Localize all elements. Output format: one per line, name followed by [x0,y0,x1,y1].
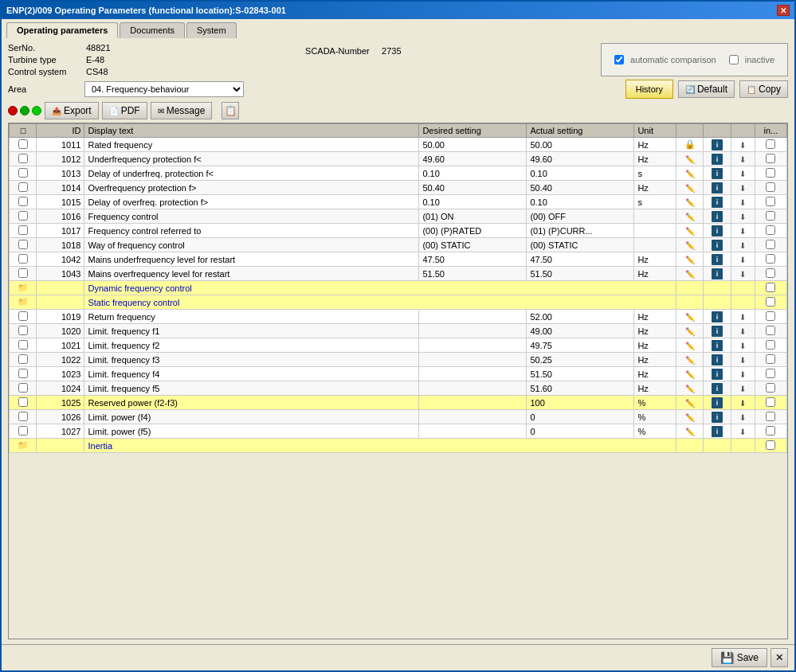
row-in-checkbox[interactable] [766,383,775,393]
info-icon[interactable]: i [712,354,723,365]
save-button[interactable]: 💾 Save [712,648,767,667]
arrow-icon[interactable]: ⬇ [739,170,746,178]
info-icon[interactable]: i [712,225,723,236]
row-in-checkbox[interactable] [766,240,775,249]
tab-operating-parameters[interactable]: Operating parameters [6,22,118,38]
info-icon[interactable]: i [712,254,723,265]
inactive-checkbox[interactable] [729,55,739,64]
info-icon[interactable]: i [712,139,723,150]
pencil-icon[interactable]: ✏️ [685,184,695,193]
row-select-checkbox[interactable] [18,311,28,321]
row-select-checkbox[interactable] [18,412,28,421]
copy-button[interactable]: 📋 Copy [739,80,788,98]
arrow-icon[interactable]: ⬇ [739,227,746,236]
row-in-checkbox[interactable] [766,311,775,321]
arrow-icon[interactable]: ⬇ [739,313,746,322]
pencil-icon[interactable]: ✏️ [685,370,695,379]
pencil-icon[interactable]: ✏️ [685,213,695,221]
info-icon[interactable]: i [712,268,723,279]
info-icon[interactable]: i [712,154,723,165]
info-icon[interactable]: i [712,383,723,394]
area-select[interactable]: 04. Frequency-behaviour [84,81,244,97]
pencil-icon[interactable]: ✏️ [685,227,695,236]
info-icon[interactable]: i [712,168,723,179]
arrow-icon[interactable]: ⬇ [739,370,746,379]
info-icon[interactable]: i [712,182,723,193]
arrow-icon[interactable]: ⬇ [739,198,746,207]
clipboard-icon-btn[interactable]: 📋 [222,102,239,119]
pencil-icon[interactable]: ✏️ [685,155,695,164]
row-select-checkbox[interactable] [18,326,28,335]
info-icon[interactable]: i [712,211,723,222]
arrow-icon[interactable]: ⬇ [739,256,746,264]
row-select-checkbox[interactable] [18,369,28,378]
folder-expand-icon[interactable]: 📁 [18,440,29,450]
row-in-checkbox[interactable] [766,326,775,335]
info-icon[interactable]: i [712,197,723,208]
window-close-button[interactable]: ✕ [777,5,790,16]
close-x-button[interactable]: ✕ [771,648,788,667]
arrow-icon[interactable]: ⬇ [739,184,746,193]
arrow-icon[interactable]: ⬇ [739,241,746,250]
arrow-icon[interactable]: ⬇ [739,342,746,350]
arrow-icon[interactable]: ⬇ [739,213,746,221]
arrow-icon[interactable]: ⬇ [739,155,746,164]
row-in-checkbox[interactable] [766,182,775,192]
row-select-checkbox[interactable] [18,426,28,436]
pencil-icon[interactable]: ✏️ [685,198,695,207]
arrow-icon[interactable]: ⬇ [739,413,746,422]
row-select-checkbox[interactable] [18,240,28,249]
info-icon[interactable]: i [712,311,723,322]
info-icon[interactable]: i [712,326,723,337]
pencil-icon[interactable]: ✏️ [685,170,695,178]
pencil-icon[interactable]: ✏️ [685,256,695,264]
row-select-checkbox[interactable] [18,168,28,178]
row-in-checkbox[interactable] [766,211,775,221]
row-select-checkbox[interactable] [18,254,28,264]
row-in-checkbox[interactable] [766,297,775,307]
history-button[interactable]: History [625,80,673,99]
row-select-checkbox[interactable] [18,268,28,278]
pencil-icon[interactable]: ✏️ [685,327,695,336]
pencil-icon[interactable]: ✏️ [685,399,695,408]
row-select-checkbox[interactable] [18,225,28,235]
row-in-checkbox[interactable] [766,412,775,421]
arrow-icon[interactable]: ⬇ [739,270,746,279]
row-in-checkbox[interactable] [766,397,775,407]
row-select-checkbox[interactable] [18,340,28,350]
pencil-icon[interactable]: ✏️ [685,241,695,250]
row-in-checkbox[interactable] [766,268,775,278]
info-icon[interactable]: i [712,426,723,437]
pencil-icon[interactable]: ✏️ [685,313,695,322]
row-in-checkbox[interactable] [766,254,775,264]
row-in-checkbox[interactable] [766,426,775,436]
info-icon[interactable]: i [712,340,723,351]
row-in-checkbox[interactable] [766,225,775,235]
info-icon[interactable]: i [712,412,723,423]
row-in-checkbox[interactable] [766,283,775,292]
pdf-button[interactable]: 📄 PDF [102,102,147,119]
pencil-icon[interactable]: ✏️ [685,428,695,436]
auto-compare-checkbox[interactable] [614,55,624,64]
row-in-checkbox[interactable] [766,340,775,350]
folder-expand-icon[interactable]: 📁 [18,297,29,307]
message-button[interactable]: ✉ Message [151,102,213,119]
arrow-icon[interactable]: ⬇ [739,385,746,393]
row-in-checkbox[interactable] [766,354,775,364]
row-select-checkbox[interactable] [18,354,28,364]
pencil-icon[interactable]: ✏️ [685,356,695,365]
pencil-icon[interactable]: ✏️ [685,342,695,350]
tab-documents[interactable]: Documents [120,22,185,38]
arrow-icon[interactable]: ⬇ [739,428,746,436]
arrow-icon[interactable]: ⬇ [739,141,746,150]
arrow-icon[interactable]: ⬇ [739,399,746,408]
pencil-icon[interactable]: ✏️ [685,270,695,279]
tab-system[interactable]: System [186,22,237,38]
info-icon[interactable]: i [712,397,723,408]
export-button[interactable]: 📤 Export [45,102,99,119]
row-in-checkbox[interactable] [766,197,775,206]
row-in-checkbox[interactable] [766,440,775,450]
row-select-checkbox[interactable] [18,182,28,192]
row-in-checkbox[interactable] [766,154,775,163]
info-icon[interactable]: i [712,240,723,251]
